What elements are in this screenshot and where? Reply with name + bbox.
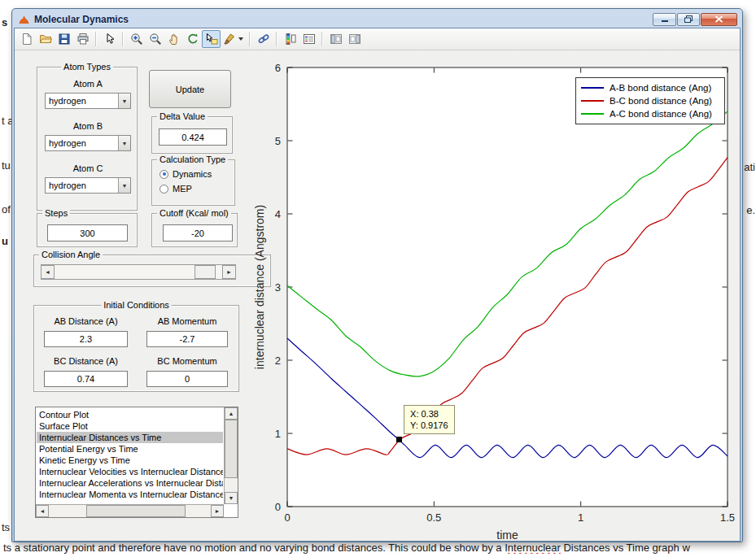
list-item[interactable]: Internuclear Velocities vs Internuclear … [37,466,223,477]
background-text-fragment: s [2,16,7,28]
collision-angle-slider[interactable]: ◄ ► [41,264,236,280]
svg-text:0: 0 [284,511,290,524]
pan-button[interactable] [164,30,183,48]
ab-distance-label: AB Distance (A) [44,316,128,326]
rotate-3d-button[interactable] [183,30,202,48]
restore-button[interactable] [677,13,700,26]
plot-type-listbox[interactable]: Contour PlotSurface PlotInternuclear Dis… [35,407,238,518]
panel-title: Collision Angle [39,250,103,259]
svg-text:3: 3 [275,281,281,294]
link-plot-icon [257,33,270,46]
svg-text:time: time [496,529,518,541]
open-file-button[interactable] [36,30,55,48]
legend-line-sample [581,113,604,115]
bc-distance-field[interactable] [44,371,128,387]
delta-value-panel: Delta Value [151,116,233,154]
calculation-type-panel: Calculation Type Dynamics MEP [151,159,235,206]
insert-colorbar-icon [284,33,297,46]
rotate-3d-icon [186,33,199,46]
edit-plot-icon [103,33,116,46]
delta-value-field[interactable] [159,128,227,146]
misspelled-word: Internuclear [505,542,561,554]
scroll-left-icon[interactable]: ◄ [36,505,49,517]
insert-legend-icon [303,33,316,46]
save-figure-icon [58,33,71,46]
panel-title: Initial Conditions [101,300,172,310]
panel-title: Cutoff (Kcal/ mol) [157,208,231,218]
panel-title: Steps [42,208,70,218]
background-text-fragment: ati [744,161,755,173]
chevron-down-icon[interactable]: ▼ [118,178,130,193]
svg-text:0.5: 0.5 [426,511,441,524]
list-item[interactable]: Potential Energy vs Time [37,443,223,455]
update-button[interactable]: Update [149,70,231,108]
link-plot-button[interactable] [254,30,273,48]
slider-left-arrow-icon[interactable]: ◄ [41,265,55,279]
cutoff-field[interactable] [163,224,233,242]
toolbar-separator [276,32,277,46]
chevron-down-icon[interactable]: ▼ [118,136,130,150]
hide-plot-tools-button[interactable] [326,30,345,48]
minimize-icon [661,15,669,23]
list-item[interactable]: Internuclear Distances vs Time [37,432,223,443]
close-button[interactable] [701,13,737,26]
radio-mep[interactable]: MEP [160,184,192,194]
slider-thumb[interactable] [194,265,216,279]
figure-canvas: Atom Types Atom A hydrogen ▼ Atom B hydr… [15,50,740,541]
list-item[interactable]: Internuclear Accelerations vs Internucle… [37,477,223,489]
legend-line-sample [581,100,604,102]
list-item[interactable]: Contour Plot [37,409,223,420]
datatip[interactable]: X: 0.38 Y: 0.9176 [404,405,455,434]
print-figure-button[interactable] [73,30,92,48]
minimize-button[interactable] [653,13,676,26]
zoom-out-button[interactable] [146,30,164,48]
list-item[interactable]: Surface Plot [37,420,223,432]
chevron-down-icon[interactable] [238,37,243,41]
background-text-line: ts a stationary point and therefore have… [3,542,756,554]
bc-momentum-label: BC Momentum [146,356,228,366]
toolbar-separator [95,32,97,46]
atom-a-label: Atom A [37,79,138,89]
svg-text:1: 1 [578,511,583,524]
atom-c-dropdown[interactable]: hydrogen ▼ [45,177,131,194]
insert-legend-button[interactable] [299,30,318,48]
cutoff-panel: Cutoff (Kcal/ mol) [151,213,238,247]
data-cursor-icon [205,33,218,46]
steps-field[interactable] [47,224,128,242]
insert-colorbar-button[interactable] [281,30,299,48]
window-title: Molecular Dynamics [34,14,653,25]
ab-distance-field[interactable] [44,331,128,347]
title-bar[interactable]: Molecular Dynamics [14,11,741,28]
list-item[interactable]: Internuclear Momenta vs Internuclear Dis… [37,489,223,500]
bc-distance-label: BC Distance (A) [44,356,128,366]
brush-data-button[interactable] [221,30,246,48]
zoom-in-button[interactable] [127,30,146,48]
show-plot-tools-button[interactable] [345,30,364,48]
list-item[interactable]: Kinetic Energy vs Time [37,455,223,466]
radio-icon[interactable] [160,170,168,179]
scrollbar-thumb[interactable] [86,505,186,517]
zoom-out-icon [149,33,162,46]
panel-title: Atom Types [61,62,113,72]
ab-momentum-field[interactable] [146,331,228,347]
toolbar-separator [249,32,251,46]
scroll-right-icon[interactable]: ► [211,505,224,517]
legend-entry: B-C bond distance (Ang) [581,94,719,107]
new-figure-button[interactable] [17,30,36,48]
atom-a-dropdown[interactable]: hydrogen ▼ [45,93,131,109]
chevron-down-icon[interactable]: ▼ [118,94,130,108]
svg-text:1: 1 [275,428,281,440]
horizontal-scrollbar[interactable]: ◄ ► [36,504,224,517]
save-figure-button[interactable] [55,30,73,48]
edit-plot-button[interactable] [100,30,119,48]
matlab-window-icon [18,14,30,25]
svg-text:5: 5 [275,135,281,147]
close-icon [714,15,723,23]
panel-title: Calculation Type [157,154,228,164]
radio-icon[interactable] [160,185,168,194]
bc-momentum-field[interactable] [146,371,228,387]
data-cursor-button[interactable] [202,30,221,48]
radio-dynamics[interactable]: Dynamics [160,169,212,179]
plot-legend[interactable]: A-B bond distance (Ang) B-C bond distanc… [575,77,725,124]
atom-b-dropdown[interactable]: hydrogen ▼ [45,135,131,151]
